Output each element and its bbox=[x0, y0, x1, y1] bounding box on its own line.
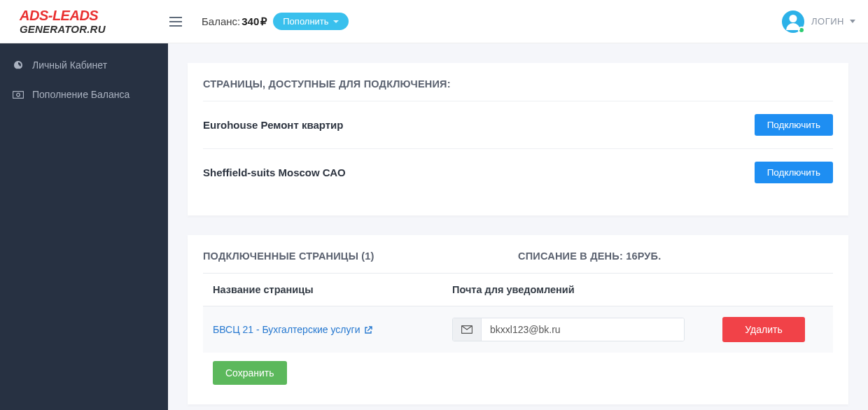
balance-currency: ₽ bbox=[260, 15, 267, 28]
user-name-label: ЛОГИН bbox=[811, 16, 844, 27]
svg-rect-0 bbox=[13, 91, 24, 98]
main-content: СТРАНИЦЫ, ДОСТУПНЫЕ ДЛЯ ПОДКЛЮЧЕНИЯ: Eur… bbox=[168, 43, 868, 410]
connected-table: Название страницы Почта для уведомлений … bbox=[203, 273, 833, 353]
money-icon bbox=[13, 91, 25, 99]
panel-title: СТРАНИЦЫ, ДОСТУПНЫЕ ДЛЯ ПОДКЛЮЧЕНИЯ: bbox=[203, 78, 833, 90]
sidebar: Личный Кабинет Пополнение Баланса bbox=[0, 43, 168, 410]
topbar: ADS-LEADS GENERATOR.RU Баланс: 340₽ Попо… bbox=[0, 0, 868, 43]
status-dot-icon bbox=[798, 27, 805, 34]
sidebar-item-label: Пополнение Баланса bbox=[32, 89, 130, 100]
svg-point-1 bbox=[17, 93, 20, 97]
available-page-name: Eurohouse Ремонт квартир bbox=[203, 119, 344, 131]
balance: Баланс: 340₽ Пополнить bbox=[202, 13, 349, 30]
page-link[interactable]: БВСЦ 21 - Бухгалтерские услуги bbox=[213, 324, 372, 335]
col-mail: Почта для уведомлений bbox=[442, 274, 694, 306]
delete-button[interactable]: Удалить bbox=[722, 317, 804, 342]
available-row: Eurohouse Ремонт квартир Подключить bbox=[203, 101, 833, 148]
connected-pages-panel: ПОДКЛЮЧЕННЫЕ СТРАНИЦЫ (1) СПИСАНИЕ В ДЕН… bbox=[188, 235, 848, 404]
save-button[interactable]: Сохранить bbox=[213, 361, 287, 385]
dashboard-icon bbox=[13, 59, 25, 71]
balance-label: Баланс: bbox=[202, 15, 240, 27]
topup-button[interactable]: Пополнить bbox=[273, 13, 348, 30]
sidebar-item-dashboard[interactable]: Личный Кабинет bbox=[0, 50, 168, 80]
available-page-name: Sheffield-suits Moscow САО bbox=[203, 167, 346, 178]
mail-input-group bbox=[452, 318, 685, 341]
external-link-icon bbox=[364, 324, 372, 335]
logo: ADS-LEADS GENERATOR.RU bbox=[7, 9, 161, 34]
panel-title: ПОДКЛЮЧЕННЫЕ СТРАНИЦЫ (1) bbox=[203, 250, 518, 262]
menu-icon[interactable] bbox=[169, 17, 182, 27]
daily-charge-label: СПИСАНИЕ В ДЕНЬ: 16РУБ. bbox=[518, 250, 833, 262]
connect-button[interactable]: Подключить bbox=[755, 114, 833, 136]
avatar bbox=[782, 10, 804, 33]
logo-line1: ADS-LEADS bbox=[20, 8, 98, 23]
user-menu[interactable]: ЛОГИН bbox=[782, 10, 855, 33]
sidebar-item-label: Личный Кабинет bbox=[32, 59, 107, 71]
caret-down-icon bbox=[850, 20, 855, 23]
logo-line2: GENERATOR.RU bbox=[20, 23, 106, 35]
table-row: БВСЦ 21 - Бухгалтерские услуги bbox=[203, 306, 833, 353]
notification-email-input[interactable] bbox=[482, 318, 684, 341]
available-pages-panel: СТРАНИЦЫ, ДОСТУПНЫЕ ДЛЯ ПОДКЛЮЧЕНИЯ: Eur… bbox=[188, 63, 848, 215]
mail-icon bbox=[453, 318, 482, 341]
connect-button[interactable]: Подключить bbox=[755, 162, 833, 183]
available-row: Sheffield-suits Moscow САО Подключить bbox=[203, 148, 833, 196]
col-page-name: Название страницы bbox=[203, 274, 442, 306]
caret-down-icon bbox=[333, 20, 339, 23]
sidebar-item-balance[interactable]: Пополнение Баланса bbox=[0, 80, 168, 109]
col-action bbox=[694, 274, 833, 306]
balance-amount: 340 bbox=[241, 15, 259, 27]
